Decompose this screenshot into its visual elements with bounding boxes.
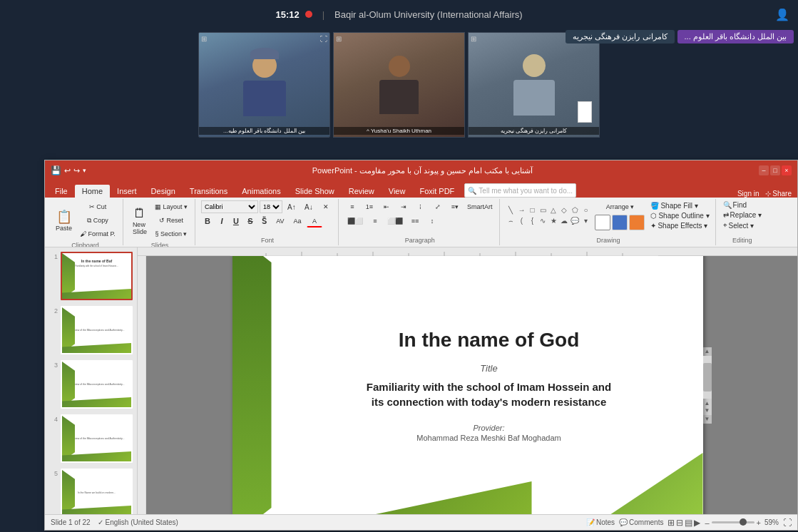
share-button[interactable]: ⊹ Share xyxy=(765,190,792,198)
change-case-button[interactable]: Aa xyxy=(290,215,305,227)
layout-button[interactable]: ▦ Layout ▾ xyxy=(152,200,190,213)
arc-shape[interactable]: ⌢ xyxy=(506,216,516,226)
bullets-button[interactable]: ≡ xyxy=(344,200,360,213)
increase-indent-button[interactable]: ⇥ xyxy=(396,200,411,213)
italic-button[interactable]: I xyxy=(215,215,228,227)
video-tile-2[interactable]: ⊞ Yusha'u Shaikh Uthman ^ xyxy=(333,32,465,138)
select-button[interactable]: ⌖ Select ▾ xyxy=(722,220,763,230)
scroll-up-button[interactable]: ▲ xyxy=(703,347,712,356)
clear-format-button[interactable]: ✕ xyxy=(318,200,334,213)
bold-button[interactable]: B xyxy=(201,215,214,227)
font-color-button[interactable]: A xyxy=(307,215,322,227)
maximize-button[interactable]: □ xyxy=(770,165,780,175)
sign-in-link[interactable]: Sign in xyxy=(737,190,759,198)
expand-icon-2[interactable]: ⊞ xyxy=(336,35,342,43)
callout-shape[interactable]: 💬 xyxy=(570,216,580,226)
center-button[interactable]: ≡ xyxy=(367,215,383,227)
line-shape[interactable]: ╲ xyxy=(506,205,516,215)
arrow-shape[interactable]: → xyxy=(516,205,526,215)
diamond-shape[interactable]: ◇ xyxy=(559,205,569,215)
badge-university[interactable]: بین الملل دانشگاه باقر العلوم ... xyxy=(677,30,794,44)
tab-insert[interactable]: Insert xyxy=(110,185,144,198)
rect-shape[interactable]: □ xyxy=(527,205,537,215)
format-painter-button[interactable]: 🖌 Format P. xyxy=(77,227,118,240)
tab-slideshow[interactable]: Slide Show xyxy=(288,185,342,198)
zoom-level[interactable]: 59% xyxy=(764,518,779,526)
cut-button[interactable]: ✂ Cut xyxy=(77,200,118,213)
scroll-zoom-out[interactable]: ▼ xyxy=(705,407,710,414)
slide-thumb-5[interactable]: 5 In the Name we build on modern... xyxy=(48,467,134,514)
tab-home[interactable]: Home xyxy=(75,185,110,198)
save-icon[interactable]: 💾 xyxy=(51,165,61,175)
tab-transitions[interactable]: Transitions xyxy=(183,185,235,198)
cloud-shape[interactable]: ☁ xyxy=(559,216,569,226)
align-right-button[interactable]: ⬜⬛ xyxy=(384,215,406,227)
normal-view-button[interactable]: ⊞ xyxy=(667,518,675,528)
expand-icon-3[interactable]: ⊞ xyxy=(471,35,476,43)
strikethrough-button[interactable]: S xyxy=(244,215,257,227)
justify-button[interactable]: ≡≡ xyxy=(407,215,423,227)
tab-animations[interactable]: Animations xyxy=(235,185,287,198)
shape-effects-button[interactable]: ✦ Shape Effects ▾ xyxy=(649,221,710,230)
comments-button[interactable]: 💬 Comments xyxy=(619,518,663,526)
find-button[interactable]: 🔍 Find xyxy=(722,200,763,210)
slide-thumb-4[interactable]: 4 Overview of the Misconceptions and Aut… xyxy=(48,413,134,464)
text-shadow-button[interactable]: S̈ xyxy=(258,215,271,227)
fullscreen-icon-1[interactable]: ⛶ xyxy=(320,35,327,43)
tab-design[interactable]: Design xyxy=(144,185,183,198)
slide-main-title[interactable]: In the name of God xyxy=(399,329,580,352)
zoom-in-button[interactable]: + xyxy=(757,518,761,527)
copy-button[interactable]: ⧉ Copy xyxy=(77,214,118,227)
paste-button[interactable]: 📋 Paste xyxy=(52,202,76,239)
slide-thumb-3[interactable]: 3 Overview of the Misconceptions and Aut… xyxy=(48,359,134,410)
line-spacing-button[interactable]: ↕ xyxy=(424,215,440,227)
tab-foxit[interactable]: Foxit PDF xyxy=(412,185,461,198)
tab-view[interactable]: View xyxy=(382,185,413,198)
arrange-button[interactable]: Arrange ▾ xyxy=(595,200,645,213)
triangle-shape[interactable]: △ xyxy=(548,205,558,215)
star-shape[interactable]: ★ xyxy=(548,216,558,226)
circle-shape[interactable]: ○ xyxy=(580,205,590,215)
zoom-slider[interactable] xyxy=(712,521,754,523)
reading-view-button[interactable]: ▤ xyxy=(685,518,692,528)
scroll-thumb[interactable] xyxy=(703,363,712,392)
fit-to-window-button[interactable]: ⛶ xyxy=(783,518,792,528)
quick-style-1[interactable] xyxy=(595,215,610,230)
font-family-select[interactable]: Calibri xyxy=(201,200,258,213)
quick-style-3[interactable] xyxy=(629,215,645,230)
character-spacing-button[interactable]: AV xyxy=(272,215,288,227)
wave-shape[interactable]: ∿ xyxy=(538,216,548,226)
slide-thumb-2[interactable]: 2 Overview of the Misconceptions and Aut… xyxy=(48,305,134,356)
quick-style-2[interactable] xyxy=(612,215,628,230)
zoom-slider-thumb[interactable] xyxy=(740,518,747,526)
slideshow-button[interactable]: ▶ xyxy=(694,518,700,528)
zoom-out-button[interactable]: – xyxy=(705,518,709,527)
columns-button[interactable]: ⫶ xyxy=(413,200,429,213)
close-button[interactable]: × xyxy=(782,165,792,175)
section-button[interactable]: § Section ▾ xyxy=(152,227,190,240)
video-tile-1[interactable]: ⊞ ⛶ بین الملل دانشگاه باقر العلوم طیه... xyxy=(198,32,330,138)
underline-button[interactable]: U xyxy=(230,215,242,227)
redo-icon[interactable]: ↪ xyxy=(73,166,80,175)
rect2-shape[interactable]: ▭ xyxy=(538,205,548,215)
bracket-shape[interactable]: ( xyxy=(516,216,526,226)
slide-sorter-button[interactable]: ⊟ xyxy=(676,518,683,528)
curly-shape[interactable]: { xyxy=(527,216,537,226)
tab-review[interactable]: Review xyxy=(342,185,382,198)
undo-icon[interactable]: ↩ xyxy=(64,166,71,175)
slide-thumb-1[interactable]: 1 In the name of Baf Familiarity with th… xyxy=(48,250,134,302)
align-text-button[interactable]: ≡▾ xyxy=(447,200,463,213)
decrease-font-button[interactable]: A↓ xyxy=(301,200,317,213)
video-tile-3[interactable]: ⊞ کامرانی رایزن فرهنگی نیجریه xyxy=(468,32,600,138)
reset-button[interactable]: ↺ Reset xyxy=(152,214,190,227)
user-icon[interactable]: 👤 xyxy=(775,8,789,21)
minimize-button[interactable]: – xyxy=(759,165,769,175)
font-size-select[interactable]: 18 xyxy=(260,200,282,213)
notes-button[interactable]: 📝 Notes xyxy=(586,518,615,526)
scrollbar-vertical[interactable]: ▲ ▲ ▼ ▼ xyxy=(703,347,712,424)
scroll-down-button[interactable]: ▼ xyxy=(703,415,712,424)
align-left-button[interactable]: ⬛⬜ xyxy=(344,215,366,227)
text-direction-button[interactable]: ⤢ xyxy=(430,200,446,213)
decrease-indent-button[interactable]: ⇤ xyxy=(379,200,394,213)
penta-shape[interactable]: ⬠ xyxy=(570,205,580,215)
